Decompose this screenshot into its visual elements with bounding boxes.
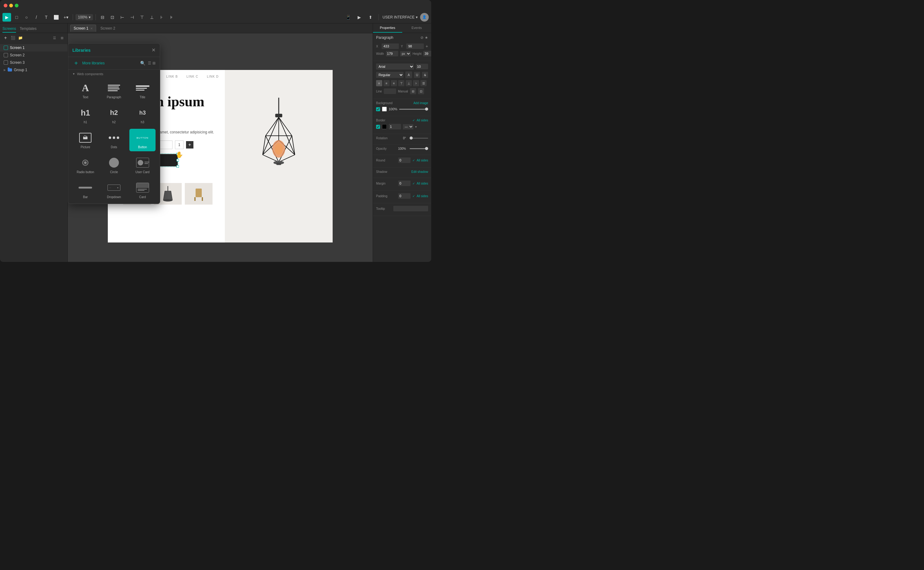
width-unit-select[interactable]: px — [400, 51, 411, 57]
screen-item-3[interactable]: Screen 3 — [0, 59, 67, 66]
line-input[interactable] — [384, 89, 396, 94]
align-left-btn[interactable]: ≡ — [376, 80, 382, 86]
lib-item-title[interactable]: Title — [129, 79, 156, 101]
rotation-slider[interactable] — [410, 138, 428, 139]
handle-br[interactable] — [176, 165, 179, 168]
lib-item-button[interactable]: BUTTON Button — [129, 129, 156, 151]
lib-item-h1[interactable]: h1 h1 — [72, 104, 99, 126]
line-icon-1[interactable]: ⊟ — [410, 88, 416, 94]
tab-screens[interactable]: Screens — [3, 25, 16, 33]
screen-item-1[interactable]: Screen 1 — [0, 44, 67, 51]
bg-color-swatch[interactable] — [382, 107, 387, 112]
traffic-light-yellow[interactable] — [9, 4, 13, 8]
bg-slider-thumb[interactable] — [425, 107, 428, 110]
border-width-input[interactable] — [389, 124, 401, 129]
bg-opacity-slider[interactable] — [399, 109, 428, 110]
play-preview[interactable]: ▶ — [355, 13, 364, 21]
margin-input[interactable] — [398, 181, 411, 186]
distribute-h[interactable]: ⊦ — [158, 13, 166, 21]
rotation-thumb[interactable] — [410, 136, 413, 139]
lib-close-btn[interactable]: ✕ — [151, 47, 156, 53]
lib-item-user-card[interactable]: User Card — [129, 154, 156, 176]
font-family-select[interactable]: Arial — [376, 63, 414, 70]
padding-input[interactable] — [398, 193, 411, 199]
round-input[interactable] — [398, 158, 411, 163]
round-all-sides[interactable]: All sides — [417, 159, 428, 162]
border-color-swatch[interactable] — [382, 124, 387, 129]
add-to-cart-btn[interactable]: + — [186, 141, 193, 149]
align-right[interactable]: ⊢ — [118, 13, 127, 21]
list-btn[interactable]: ☰ — [421, 80, 427, 86]
traffic-light-green[interactable] — [15, 4, 18, 8]
traffic-light-red[interactable] — [4, 4, 8, 8]
tool-text[interactable]: T — [42, 13, 50, 21]
lib-more-libraries-btn[interactable]: More libraries — [82, 61, 105, 65]
lib-grid-view[interactable]: ⊞ — [153, 61, 156, 65]
width-input[interactable] — [386, 51, 398, 57]
tool-line[interactable]: / — [32, 13, 41, 21]
align-center[interactable]: ⊡ — [108, 13, 117, 21]
x-input[interactable] — [382, 43, 399, 49]
screen-tab-1[interactable]: Screen 1 ✕ — [70, 25, 96, 32]
add-image-link[interactable]: Add image — [413, 101, 428, 105]
align-top[interactable]: ⊣ — [128, 13, 136, 21]
tab-events[interactable]: Events — [402, 23, 431, 33]
align-top-text-btn[interactable]: ⊤ — [398, 80, 404, 86]
opacity-slider[interactable] — [410, 148, 428, 149]
font-color-btn[interactable]: A — [405, 72, 412, 78]
lib-item-h2[interactable]: h2 h2 — [101, 104, 127, 126]
tab-close-1[interactable]: ✕ — [90, 27, 93, 30]
tool-add[interactable]: +▾ — [61, 13, 70, 21]
add-icon-btn[interactable]: ⬛ — [10, 35, 16, 41]
border-enable-check[interactable] — [376, 125, 380, 129]
add-folder-btn[interactable]: 📁 — [17, 35, 23, 41]
lib-item-radio-button[interactable]: Radio button — [72, 154, 99, 176]
padding-all-sides[interactable]: All sides — [417, 195, 428, 198]
border-style-select[interactable]: — — [403, 124, 413, 129]
lib-item-circle[interactable]: Circle — [101, 154, 127, 176]
bg-enable-check[interactable] — [376, 107, 380, 111]
align-right-btn[interactable]: ≡ — [391, 80, 397, 86]
screen-tab-2[interactable]: Screen 2 — [97, 25, 118, 32]
align-bottom[interactable]: ⊥ — [148, 13, 156, 21]
lib-item-text[interactable]: A Text — [72, 79, 99, 101]
y-input[interactable] — [406, 43, 424, 49]
lib-add-btn[interactable]: + — [72, 60, 80, 67]
tool-circle[interactable]: ○ — [22, 13, 31, 21]
lib-item-paragraph[interactable]: Paragraph — [101, 79, 127, 101]
list-view-btn[interactable]: ☰ — [51, 35, 58, 41]
align-middle[interactable]: ⊤ — [138, 13, 146, 21]
distribute-v[interactable]: ⊧ — [167, 13, 176, 21]
line-icon-2[interactable]: ⊡ — [418, 88, 424, 94]
margin-all-sides[interactable]: All sides — [417, 182, 428, 185]
device-preview[interactable]: 📱 — [344, 13, 353, 21]
user-avatar[interactable]: 👤 — [420, 13, 429, 21]
product-img-3[interactable] — [185, 183, 213, 205]
zoom-control[interactable]: 100% ▾ — [75, 14, 93, 20]
align-middle-text-btn[interactable]: ⊥ — [405, 80, 412, 86]
xy-link-btn[interactable]: + — [426, 44, 428, 49]
lib-section-header[interactable]: ▼ Web components — [72, 72, 156, 76]
lib-item-bar[interactable]: Bar — [72, 179, 99, 201]
add-screen-btn[interactable]: + — [3, 35, 9, 41]
component-action-1[interactable]: ⊘ — [421, 35, 424, 40]
screen-item-2[interactable]: Screen 2 — [0, 51, 67, 59]
lib-item-dropdown[interactable]: ··· ▼ Dropdown — [101, 179, 127, 201]
tool-select[interactable]: ▶ — [3, 13, 11, 21]
grid-view-btn[interactable]: ⊞ — [59, 35, 65, 41]
font-size-input[interactable] — [416, 64, 428, 69]
align-left[interactable]: ⊟ — [98, 13, 107, 21]
share[interactable]: ⬆ — [366, 13, 375, 21]
height-input[interactable] — [423, 51, 431, 57]
lib-item-picture[interactable]: Picture — [72, 129, 99, 151]
align-bottom-text-btn[interactable]: ⊦ — [413, 80, 419, 86]
lib-list-view[interactable]: ☰ — [148, 61, 151, 65]
lib-item-card[interactable]: Card — [129, 179, 156, 201]
tool-image[interactable]: ⬜ — [52, 13, 60, 21]
border-all-sides[interactable]: All sides — [417, 119, 428, 122]
tab-templates[interactable]: Templates — [20, 25, 37, 33]
lib-item-h3[interactable]: h3 h3 — [129, 104, 156, 126]
canvas-area[interactable]: LINK A LINK B LINK C LINK D — [68, 33, 373, 262]
edit-shadow-link[interactable]: Edit shadow — [412, 170, 428, 173]
component-action-2[interactable]: ★ — [425, 35, 428, 40]
